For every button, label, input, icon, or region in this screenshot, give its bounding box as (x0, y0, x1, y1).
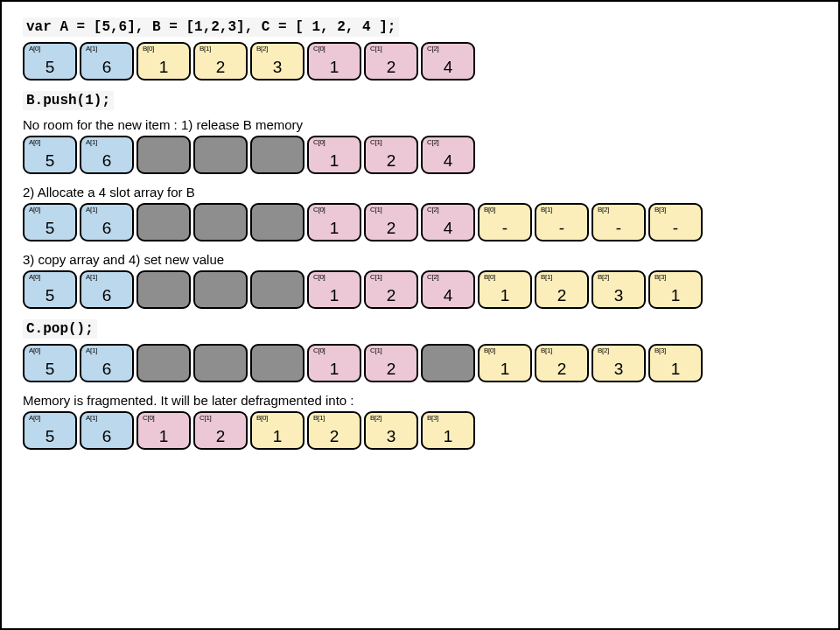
memory-cell-A1: A[1]6 (80, 344, 134, 382)
cell-label: A[1] (86, 206, 97, 214)
memory-cell-C0: C[0]1 (307, 42, 361, 80)
memory-cell-B2: B[2]- (592, 203, 646, 242)
memory-cell-free (250, 270, 304, 309)
memory-cell-B1: B[1]2 (535, 270, 589, 309)
cell-value: 3 (387, 428, 396, 444)
cell-label: A[1] (86, 138, 97, 146)
memory-cell-C1: C[1]2 (364, 344, 418, 382)
cell-label: C[2] (427, 273, 438, 281)
cell-label: B[2] (598, 273, 609, 281)
memory-cell-C0: C[0]1 (307, 344, 361, 382)
memory-cell-free (250, 203, 304, 242)
cell-value: - (502, 220, 508, 236)
cell-value: 1 (330, 59, 340, 75)
cell-value: 6 (102, 59, 112, 75)
memory-row-3: A[0]5A[1]6C[0]1C[1]2C[2]4B[0]-B[1]-B[2]-… (23, 203, 817, 242)
code-declaration: var A = [5,6], B = [1,2,3], C = [ 1, 2, … (23, 18, 399, 37)
memory-cell-B1: B[1]2 (535, 344, 589, 382)
cell-value: 1 (671, 287, 681, 304)
cell-label: C[2] (427, 206, 438, 214)
memory-row-1: A[0]5A[1]6B[0]1B[1]2B[2]3C[0]1C[1]2C[2]4 (23, 42, 817, 80)
cell-value: 1 (330, 287, 340, 304)
cell-label: C[1] (370, 206, 382, 214)
cell-value: 6 (102, 152, 112, 169)
section-pop: C.pop(); A[0]5A[1]6C[0]1C[1]2B[0]1B[1]2B… (23, 319, 817, 450)
cell-label: C[0] (313, 206, 325, 214)
caption-copy: 3) copy array and 4) set new value (23, 252, 817, 267)
cell-label: A[1] (86, 414, 97, 422)
caption-noroom: No room for the new item : 1) release B … (23, 117, 817, 132)
cell-value: 2 (387, 152, 396, 169)
memory-row-6: A[0]5A[1]6C[0]1C[1]2B[0]1B[1]2B[2]3B[3]1 (23, 411, 817, 450)
cell-label: C[0] (313, 273, 325, 281)
cell-label: B[3] (654, 273, 666, 281)
cell-value: 3 (614, 360, 624, 377)
memory-cell-A0: A[0]5 (23, 270, 77, 309)
cell-value: 5 (46, 59, 55, 75)
cell-label: B[2] (598, 346, 609, 354)
cell-value: 5 (46, 360, 55, 377)
cell-value: 2 (387, 360, 396, 377)
cell-label: C[0] (313, 45, 325, 52)
cell-value: 1 (444, 428, 453, 444)
cell-value: 5 (46, 152, 55, 169)
memory-cell-B3: B[3]1 (648, 270, 703, 309)
memory-cell-free (136, 270, 191, 309)
cell-label: B[1] (541, 346, 552, 354)
memory-cell-A1: A[1]6 (80, 203, 134, 242)
memory-cell-free (136, 136, 191, 174)
caption-alloc: 2) Allocate a 4 slot array for B (23, 185, 817, 200)
cell-value: 4 (444, 59, 453, 75)
cell-value: 4 (444, 152, 453, 169)
memory-cell-C1: C[1]2 (364, 203, 418, 242)
cell-value: 2 (216, 59, 226, 75)
cell-label: B[1] (313, 414, 325, 422)
cell-value: 4 (444, 220, 453, 236)
cell-value: 1 (500, 287, 510, 304)
cell-value: 3 (614, 287, 624, 304)
memory-cell-B1: B[1]2 (193, 42, 248, 80)
cell-label: C[1] (370, 138, 382, 146)
cell-label: A[0] (29, 273, 40, 281)
memory-cell-A0: A[0]5 (23, 42, 77, 80)
cell-value: - (559, 220, 564, 236)
cell-value: 1 (330, 220, 340, 236)
memory-cell-A0: A[0]5 (23, 203, 77, 242)
memory-cell-A0: A[0]5 (23, 344, 77, 382)
section-declaration: var A = [5,6], B = [1,2,3], C = [ 1, 2, … (23, 18, 817, 80)
memory-cell-free (136, 344, 191, 382)
cell-label: B[0] (256, 414, 268, 422)
cell-label: C[1] (370, 45, 382, 52)
cell-label: B[0] (143, 45, 154, 52)
memory-cell-free (421, 344, 475, 382)
section-push: B.push(1); No room for the new item : 1)… (23, 91, 817, 309)
memory-cell-A1: A[1]6 (80, 270, 134, 309)
cell-label: B[3] (654, 206, 666, 214)
cell-label: B[0] (484, 206, 495, 214)
memory-cell-B3: B[3]- (648, 203, 703, 242)
cell-label: C[1] (370, 273, 382, 281)
cell-value: 6 (102, 360, 112, 377)
cell-label: B[1] (541, 273, 552, 281)
cell-value: 2 (557, 287, 567, 304)
cell-label: C[1] (370, 346, 382, 354)
cell-label: B[3] (654, 346, 666, 354)
memory-cell-C0: C[0]1 (307, 136, 361, 174)
cell-label: C[1] (200, 414, 211, 422)
memory-cell-free (193, 136, 248, 174)
cell-value: - (673, 220, 678, 236)
cell-value: 6 (102, 287, 112, 304)
memory-cell-B0: B[0]1 (478, 344, 532, 382)
memory-cell-C0: C[0]1 (307, 270, 361, 309)
cell-value: 2 (557, 360, 567, 377)
cell-value: 1 (500, 360, 510, 377)
diagram-page: var A = [5,6], B = [1,2,3], C = [ 1, 2, … (0, 0, 840, 630)
memory-cell-B2: B[2]3 (592, 270, 646, 309)
code-pop: C.pop(); (23, 319, 97, 339)
memory-cell-B1: B[1]- (535, 203, 589, 242)
memory-cell-B0: B[0]1 (478, 270, 532, 309)
cell-label: B[1] (541, 206, 552, 214)
memory-cell-B3: B[3]1 (648, 344, 703, 382)
cell-value: 2 (387, 59, 396, 75)
cell-label: B[1] (200, 45, 211, 52)
